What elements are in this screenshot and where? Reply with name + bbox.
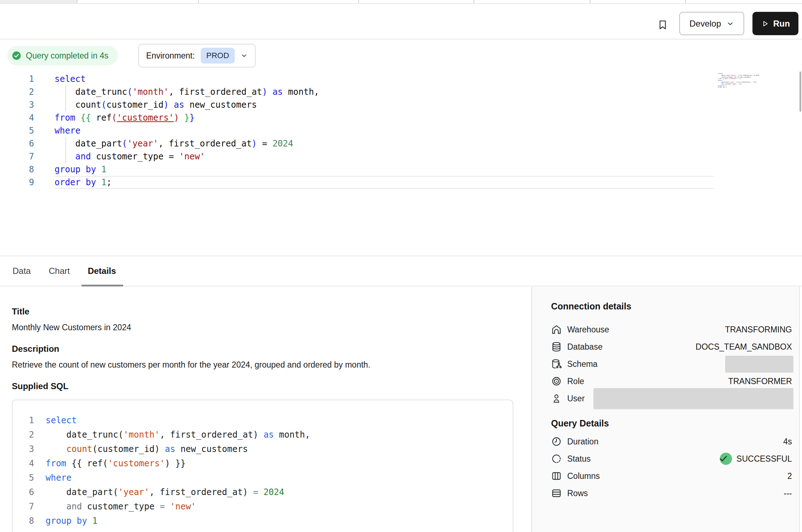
line-number: 7: [13, 499, 34, 514]
connection-details-heading: Connection details: [551, 301, 792, 312]
description-value: Retrieve the count of new customers per …: [12, 359, 370, 370]
tab-strip-divider: [685, 0, 686, 3]
clock-icon: [551, 436, 562, 447]
status-badge: SUCCESSFUL: [720, 453, 792, 465]
row-value: 2: [787, 471, 792, 481]
editor-scrollbar-thumb[interactable]: [799, 71, 801, 112]
query-status-text: Query completed in 4s: [26, 51, 108, 61]
browser-tab-strip: [0, 0, 802, 4]
schema-icon: [551, 359, 562, 369]
develop-button[interactable]: Develop: [679, 12, 744, 35]
row-label: Rows: [567, 489, 588, 498]
warehouse-icon: [551, 324, 562, 335]
connection-row-schema: Schema: [551, 355, 792, 373]
line-number: 4: [0, 111, 34, 124]
sql-editor[interactable]: 1select2 date_trunc('month', first_order…: [0, 73, 802, 189]
line-number: 8: [13, 514, 34, 528]
description-heading: Description: [12, 344, 59, 354]
code-line: 5where: [0, 124, 802, 137]
details-side-panel: Connection details Warehouse TRANSFORMIN…: [531, 286, 800, 532]
tab-data[interactable]: Data: [13, 256, 31, 286]
tab-strip-divider: [590, 0, 591, 3]
app-header: Develop Run: [0, 4, 802, 39]
environment-label: Environment:: [146, 51, 195, 61]
code-line: 1select: [13, 413, 513, 428]
chevron-down-icon: [726, 20, 734, 28]
query-row-status: Status SUCCESSFUL: [551, 450, 792, 467]
line-number: 3: [0, 98, 34, 111]
connection-row-user: User: [551, 390, 792, 407]
tab-strip-segment: [0, 0, 77, 3]
line-number: 1: [13, 413, 34, 428]
row-label: Database: [567, 342, 602, 352]
query-details-heading: Query Details: [551, 418, 792, 429]
supplied-sql-heading: Supplied SQL: [12, 381, 68, 392]
environment-selector[interactable]: Environment: PROD: [138, 44, 256, 67]
tab-strip-divider: [358, 0, 359, 3]
develop-button-label: Develop: [689, 19, 721, 29]
row-label: Warehouse: [567, 325, 609, 335]
query-row-rows: Rows ---: [551, 485, 792, 502]
title-value: Monthly New Customers in 2024: [12, 322, 131, 333]
row-label: User: [567, 394, 585, 403]
tab-details[interactable]: Details: [88, 256, 116, 286]
line-number: 9: [0, 176, 34, 189]
line-number: 3: [13, 442, 34, 456]
code-line: 6 date_part('year', first_ordered_at) = …: [0, 137, 802, 150]
editor-minimap[interactable]: 1select2 date_trunc('month', first_order…: [718, 73, 759, 89]
line-number: 5: [0, 124, 34, 137]
line-number: 5: [13, 471, 34, 485]
code-line: 2 date_trunc('month', first_ordered_at) …: [0, 85, 802, 98]
code-line: 4from {{ ref('customers') }}: [0, 111, 802, 124]
tab-strip-divider: [198, 0, 199, 3]
tab-strip-divider: [474, 0, 474, 3]
line-number: 8: [0, 163, 34, 176]
row-value: DOCS_TEAM_SANDBOX: [696, 342, 792, 352]
bookmark-icon[interactable]: [656, 17, 669, 33]
code-line: 8group by 1: [0, 163, 802, 176]
row-label: Status: [567, 454, 591, 464]
rows-icon: [551, 488, 562, 499]
check-circle-icon: [11, 51, 22, 61]
code-line: 5where: [13, 471, 513, 485]
row-label: Role: [567, 377, 584, 386]
connection-row-role: Role TRANSFORMER: [551, 373, 792, 390]
line-number: 6: [0, 137, 34, 150]
code-line: 1select: [0, 73, 802, 85]
code-line: 6 date_part('year', first_ordered_at) = …: [13, 485, 513, 499]
success-check-icon: [720, 453, 732, 465]
row-label: Schema: [567, 359, 597, 369]
app-window: Develop Run Query completed in 4s Enviro…: [0, 0, 802, 532]
code-line: 9order by 1;: [718, 87, 759, 88]
row-value: ---: [784, 489, 792, 498]
run-button[interactable]: Run: [752, 12, 798, 35]
user-icon: [551, 393, 562, 404]
code-line: 7 and customer_type = 'new': [0, 150, 802, 163]
run-button-label: Run: [773, 19, 790, 29]
code-line: 3 count(customer_id) as new_customers: [0, 98, 802, 111]
line-number: 6: [13, 485, 34, 499]
code-line: 8group by 1: [13, 514, 513, 528]
line-number: 4: [13, 456, 34, 471]
connection-row-warehouse: Warehouse TRANSFORMING: [551, 321, 792, 338]
play-icon: [761, 20, 769, 28]
columns-icon: [551, 471, 562, 481]
line-number: 7: [0, 150, 34, 163]
query-row-duration: Duration 4s: [551, 433, 792, 450]
code-line: 4from {{ ref('customers') }}: [13, 456, 513, 471]
supplied-sql-block: 1select2 date_trunc('month', first_order…: [12, 400, 513, 532]
title-heading: Title: [12, 306, 29, 317]
line-number: 2: [0, 85, 34, 98]
target-icon: [551, 376, 562, 387]
line-number: 1: [0, 73, 34, 85]
row-value: TRANSFORMING: [725, 325, 792, 335]
code-line: 2 date_trunc('month', first_ordered_at) …: [13, 428, 513, 442]
row-value: TRANSFORMER: [728, 377, 792, 386]
chevron-down-icon: [241, 52, 248, 59]
tab-chart[interactable]: Chart: [49, 256, 70, 286]
query-row-columns: Columns 2: [551, 467, 792, 485]
connection-row-database: Database DOCS_TEAM_SANDBOX: [551, 338, 792, 355]
schema-value-redacted: [725, 356, 793, 372]
row-label: Duration: [567, 437, 598, 447]
environment-value-chip: PROD: [201, 48, 235, 64]
